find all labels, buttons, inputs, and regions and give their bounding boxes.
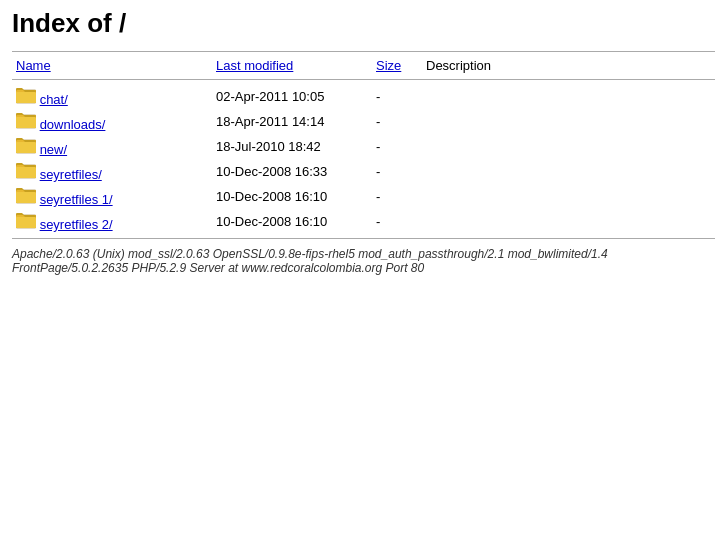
file-size-cell: - (372, 159, 422, 184)
page-title: Index of / (12, 8, 715, 39)
file-description-cell (422, 134, 715, 159)
description-label: Description (426, 58, 491, 73)
folder-icon (16, 192, 36, 207)
file-modified-cell: 02-Apr-2011 10:05 (212, 84, 372, 109)
file-entries-table: chat/02-Apr-2011 10:05- downloads/18-Apr… (12, 84, 715, 234)
file-name-cell: seyretfiles 1/ (12, 184, 212, 209)
folder-icon (16, 92, 36, 107)
header-divider (12, 79, 715, 80)
svg-rect-17 (16, 217, 36, 228)
table-row: new/18-Jul-2010 18:42- (12, 134, 715, 159)
file-description-cell (422, 159, 715, 184)
svg-rect-8 (16, 142, 36, 153)
file-size-cell: - (372, 84, 422, 109)
file-name-cell: seyretfiles/ (12, 159, 212, 184)
folder-icon (16, 117, 36, 132)
file-name-cell: chat/ (12, 84, 212, 109)
folder-icon (16, 167, 36, 182)
file-description-cell (422, 109, 715, 134)
table-row: seyretfiles 1/10-Dec-2008 16:10- (12, 184, 715, 209)
table-row: downloads/18-Apr-2011 14:14- (12, 109, 715, 134)
table-row: chat/02-Apr-2011 10:05- (12, 84, 715, 109)
file-link[interactable]: seyretfiles 2/ (40, 217, 113, 232)
file-modified-cell: 18-Jul-2010 18:42 (212, 134, 372, 159)
server-footer: Apache/2.0.63 (Unix) mod_ssl/2.0.63 Open… (12, 247, 715, 275)
sort-by-modified-link[interactable]: Last modified (216, 58, 293, 73)
file-link[interactable]: seyretfiles/ (40, 167, 102, 182)
file-link[interactable]: new/ (40, 142, 67, 157)
file-description-cell (422, 84, 715, 109)
file-link[interactable]: seyretfiles 1/ (40, 192, 113, 207)
file-description-cell (422, 184, 715, 209)
file-link[interactable]: chat/ (40, 92, 68, 107)
col-header-size: Size (372, 56, 422, 75)
file-modified-cell: 10-Dec-2008 16:10 (212, 209, 372, 234)
file-description-cell (422, 209, 715, 234)
file-size-cell: - (372, 184, 422, 209)
file-size-cell: - (372, 209, 422, 234)
svg-rect-11 (16, 167, 36, 178)
file-modified-cell: 18-Apr-2011 14:14 (212, 109, 372, 134)
svg-rect-14 (16, 192, 36, 203)
file-name-cell: downloads/ (12, 109, 212, 134)
bottom-divider (12, 238, 715, 239)
file-modified-cell: 10-Dec-2008 16:10 (212, 184, 372, 209)
file-modified-cell: 10-Dec-2008 16:33 (212, 159, 372, 184)
table-header-row: Name Last modified Size Description (12, 56, 715, 75)
col-header-name: Name (12, 56, 212, 75)
col-header-modified: Last modified (212, 56, 372, 75)
file-name-cell: seyretfiles 2/ (12, 209, 212, 234)
file-link[interactable]: downloads/ (40, 117, 106, 132)
svg-rect-5 (16, 117, 36, 128)
file-size-cell: - (372, 109, 422, 134)
file-size-cell: - (372, 134, 422, 159)
file-name-cell: new/ (12, 134, 212, 159)
sort-by-size-link[interactable]: Size (376, 58, 401, 73)
folder-icon (16, 217, 36, 232)
top-divider (12, 51, 715, 52)
col-header-description: Description (422, 56, 715, 75)
svg-rect-2 (16, 92, 36, 103)
folder-icon (16, 142, 36, 157)
file-listing-table: Name Last modified Size Description (12, 56, 715, 75)
table-row: seyretfiles 2/10-Dec-2008 16:10- (12, 209, 715, 234)
sort-by-name-link[interactable]: Name (16, 58, 51, 73)
table-row: seyretfiles/10-Dec-2008 16:33- (12, 159, 715, 184)
